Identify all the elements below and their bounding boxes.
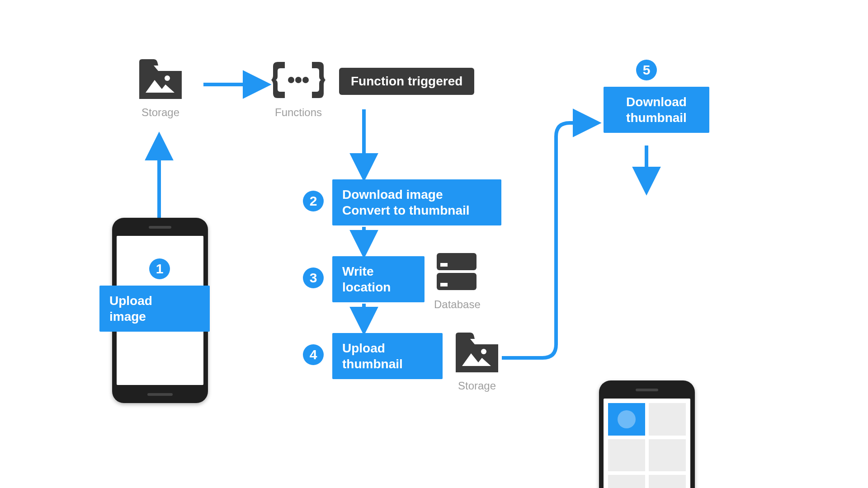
- phone-target: [599, 380, 695, 488]
- step-3-line1: Write: [342, 263, 415, 279]
- step-1-num: 1: [156, 261, 164, 277]
- step-5-box: Download thumbnail: [604, 87, 709, 133]
- storage-bottom-block: Storage: [452, 331, 502, 392]
- svg-rect-13: [440, 283, 448, 286]
- step-3-num: 3: [310, 270, 317, 286]
- step-4-badge: 4: [303, 344, 324, 365]
- step-4-line2: thumbnail: [342, 356, 433, 372]
- step-5-badge: 5: [636, 60, 657, 80]
- svg-point-14: [481, 349, 486, 354]
- grid-cell-active: [608, 403, 645, 436]
- svg-point-8: [295, 77, 302, 83]
- step-5-line1: Download: [626, 94, 687, 110]
- function-triggered-text: Function triggered: [351, 74, 462, 89]
- storage-bottom-label: Storage: [452, 380, 502, 392]
- database-label: Database: [434, 298, 481, 311]
- step-1-box: Upload image: [99, 286, 210, 332]
- grid-cell: [649, 475, 686, 488]
- functions-icon: [271, 57, 326, 103]
- grid-cell: [649, 439, 686, 472]
- svg-point-9: [302, 77, 309, 83]
- step-1-line1: Upload: [109, 293, 200, 309]
- functions-block: Functions: [271, 57, 326, 119]
- svg-point-6: [165, 75, 170, 81]
- step-4-box: Upload thumbnail: [332, 333, 443, 379]
- step-2-badge: 2: [303, 191, 324, 211]
- database-icon: [434, 249, 479, 295]
- function-triggered-box: Function triggered: [339, 68, 474, 95]
- grid-cell: [608, 439, 645, 472]
- step-5-num: 5: [643, 62, 651, 78]
- step-2-line2: Convert to thumbnail: [342, 202, 491, 218]
- svg-rect-11: [440, 263, 448, 267]
- step-1-badge: 1: [149, 258, 170, 279]
- svg-rect-10: [437, 253, 476, 270]
- storage-folder-icon: [452, 331, 502, 376]
- step-3-box: Write location: [332, 256, 425, 302]
- storage-top-label: Storage: [136, 106, 185, 119]
- step-4-num: 4: [310, 347, 317, 362]
- step-2-line1: Download image: [342, 187, 491, 202]
- svg-rect-12: [437, 273, 476, 290]
- step-2-num: 2: [310, 193, 317, 209]
- phone-target-screen: [604, 399, 690, 488]
- storage-folder-icon: [136, 57, 185, 103]
- thumbnail-grid: [608, 403, 686, 488]
- database-block: Database: [434, 249, 481, 311]
- step-3-line2: location: [342, 279, 415, 295]
- storage-top-block: Storage: [136, 57, 185, 119]
- step-5-line2: thumbnail: [626, 110, 687, 126]
- step-3-badge: 3: [303, 267, 324, 288]
- grid-cell: [649, 403, 686, 436]
- step-1-line2: image: [109, 309, 200, 324]
- functions-label: Functions: [271, 106, 326, 119]
- svg-point-7: [288, 77, 294, 83]
- diagram-canvas: Storage Functions Function triggered 1: [108, 60, 760, 428]
- step-2-box: Download image Convert to thumbnail: [332, 179, 501, 225]
- grid-cell: [608, 475, 645, 488]
- step-4-line1: Upload: [342, 340, 433, 356]
